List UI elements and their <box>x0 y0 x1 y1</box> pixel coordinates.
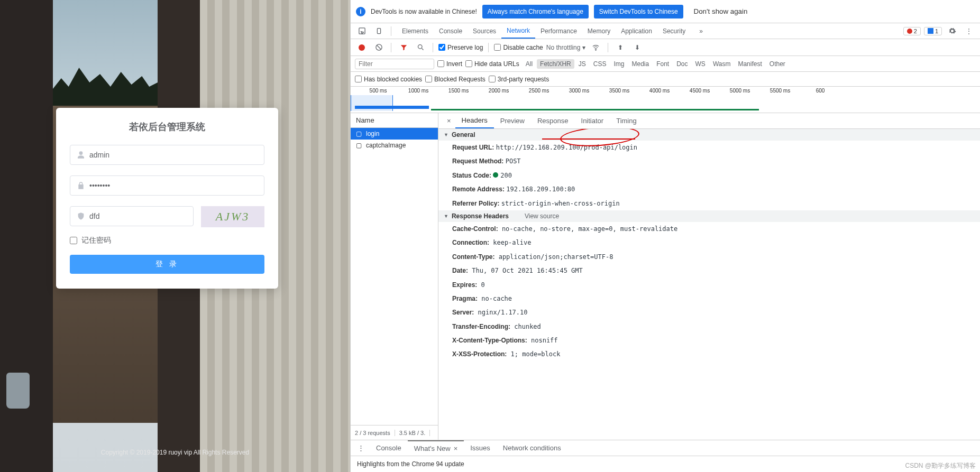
remember-input[interactable] <box>70 237 77 244</box>
filter-input[interactable] <box>355 59 434 69</box>
file-icon: ▢ <box>356 142 362 149</box>
detail-tabs: × HeadersPreviewResponseInitiatorTiming <box>438 113 980 129</box>
settings-icon[interactable] <box>945 24 959 38</box>
tab-sources[interactable]: Sources <box>468 23 501 39</box>
filter-type-js[interactable]: JS <box>575 59 589 69</box>
drawer-tab-network-conditions[interactable]: Network conditions <box>497 440 567 456</box>
preserve-log-checkbox[interactable]: Preserve log <box>438 44 483 51</box>
clear-button[interactable] <box>372 41 386 54</box>
password-input[interactable] <box>89 176 258 195</box>
request-row[interactable]: ▢captchaImage <box>351 140 438 151</box>
record-button[interactable] <box>355 41 369 54</box>
request-list-footer: 2 / 3 requests3.5 kB / 3. <box>351 425 438 440</box>
download-icon[interactable]: ⬇ <box>630 41 644 54</box>
drawer-tab-issues[interactable]: Issues <box>464 440 497 456</box>
login-page: 若依后台管理系统 AJW3 记住密码 登 录 Copyr <box>0 0 350 472</box>
device-icon[interactable] <box>372 24 386 38</box>
filter-type-img[interactable]: Img <box>610 59 627 69</box>
drawer-tab-what-s-new[interactable]: What's New× <box>408 440 464 456</box>
timeline-tick: 2000 ms <box>489 88 509 94</box>
response-header-row: Pragma: no-cache <box>438 292 980 306</box>
request-list-header[interactable]: Name <box>351 113 438 128</box>
filter-type-manifest[interactable]: Manifest <box>735 59 765 69</box>
filter-type-doc[interactable]: Doc <box>673 59 691 69</box>
blocked-cookies-checkbox[interactable]: Has blocked cookies <box>355 76 422 83</box>
filter-bar-2: Has blocked cookies Blocked Requests 3rd… <box>351 72 980 87</box>
close-detail-icon[interactable]: × <box>443 117 455 125</box>
filter-type-fetch-xhr[interactable]: Fetch/XHR <box>537 59 574 69</box>
timeline[interactable]: 500 ms1000 ms1500 ms2000 ms2500 ms3000 m… <box>351 87 980 113</box>
username-field-wrap[interactable] <box>70 145 264 165</box>
response-header-row: Expires: 0 <box>438 278 980 292</box>
always-match-button[interactable]: Always match Chrome's language <box>482 5 589 18</box>
captcha-input[interactable] <box>89 207 187 226</box>
tab-console[interactable]: Console <box>434 23 468 39</box>
blocked-requests-checkbox[interactable]: Blocked Requests <box>425 76 486 83</box>
username-input[interactable] <box>89 145 258 164</box>
more-tabs[interactable]: » <box>694 23 708 39</box>
login-card: 若依后台管理系统 AJW3 记住密码 登 录 <box>56 108 278 289</box>
general-section[interactable]: ▼General <box>438 129 980 141</box>
third-party-checkbox[interactable]: 3rd-party requests <box>489 76 549 83</box>
notice-text: DevTools is now available in Chinese! <box>371 8 477 15</box>
tab-performance[interactable]: Performance <box>535 23 582 39</box>
detail-tab-timing[interactable]: Timing <box>610 113 643 128</box>
watermark: CSDN @勤学多练写博客 <box>905 461 976 470</box>
tab-security[interactable]: Security <box>657 23 691 39</box>
issues-badge[interactable]: 1 <box>924 27 942 35</box>
invert-checkbox[interactable]: Invert <box>437 60 462 68</box>
network-controls: Preserve log Disable cache No throttling… <box>351 39 980 56</box>
drawer-kebab-icon[interactable]: ⋮ <box>354 441 368 455</box>
login-title: 若依后台管理系统 <box>70 121 264 133</box>
filter-type-ws[interactable]: WS <box>692 59 709 69</box>
drawer-tab-console[interactable]: Console <box>370 440 408 456</box>
filter-type-font[interactable]: Font <box>653 59 672 69</box>
password-field-wrap[interactable] <box>70 175 264 196</box>
inspect-icon[interactable] <box>355 24 369 38</box>
tab-application[interactable]: Application <box>616 23 657 39</box>
login-button[interactable]: 登 录 <box>70 255 264 274</box>
request-detail: × HeadersPreviewResponseInitiatorTiming … <box>438 113 980 440</box>
detail-tab-headers[interactable]: Headers <box>455 113 494 128</box>
filter-type-all[interactable]: All <box>523 59 536 69</box>
response-headers-section[interactable]: ▼Response HeadersView source <box>438 210 980 222</box>
filter-icon[interactable] <box>397 41 410 54</box>
filter-type-wasm[interactable]: Wasm <box>710 59 734 69</box>
response-header-row: Cache-Control: no-cache, no-store, max-a… <box>438 222 980 236</box>
switch-chinese-button[interactable]: Switch DevTools to Chinese <box>594 5 683 18</box>
kebab-icon[interactable]: ⋮ <box>962 24 976 38</box>
request-row[interactable]: ▢login <box>351 128 438 140</box>
response-header-row: X-Content-Type-Options: nosniff <box>438 334 980 347</box>
search-icon[interactable] <box>414 41 427 54</box>
tab-elements[interactable]: Elements <box>397 23 434 39</box>
close-icon[interactable]: × <box>454 445 458 452</box>
tab-memory[interactable]: Memory <box>582 23 616 39</box>
timeline-tick: 500 ms <box>370 88 387 94</box>
captcha-image[interactable]: AJW3 <box>201 206 264 227</box>
remember-label: 记住密码 <box>81 236 111 245</box>
filter-type-css[interactable]: CSS <box>590 59 610 69</box>
captcha-field-wrap[interactable] <box>70 206 194 226</box>
throttling-select[interactable]: No throttling ▾ <box>546 44 586 51</box>
tab-network[interactable]: Network <box>501 23 535 39</box>
wifi-icon[interactable] <box>589 41 602 54</box>
remember-checkbox[interactable]: 记住密码 <box>70 236 264 245</box>
dont-show-button[interactable]: Don't show again <box>689 4 753 18</box>
drawer-tabs: ⋮ ConsoleWhat's New×IssuesNetwork condit… <box>351 440 980 456</box>
request-url-value: http://192.168.209.100/prod-api/login <box>496 144 637 151</box>
drawer-body: Highlights from the Chrome 94 update <box>351 456 980 472</box>
request-list: Name ▢login▢captchaImage 2 / 3 requests3… <box>351 113 438 440</box>
filter-type-other[interactable]: Other <box>766 59 789 69</box>
timeline-tick: 4000 ms <box>649 88 670 94</box>
disable-cache-checkbox[interactable]: Disable cache <box>494 44 543 51</box>
view-source-link[interactable]: View source <box>525 212 559 220</box>
timeline-tick: 1000 ms <box>408 88 428 94</box>
detail-tab-response[interactable]: Response <box>531 113 575 128</box>
detail-tab-initiator[interactable]: Initiator <box>575 113 610 128</box>
filter-type-media[interactable]: Media <box>628 59 652 69</box>
hide-data-checkbox[interactable]: Hide data URLs <box>465 60 519 68</box>
detail-tab-preview[interactable]: Preview <box>494 113 531 128</box>
upload-icon[interactable]: ⬆ <box>613 41 627 54</box>
errors-badge[interactable]: 2 <box>903 27 921 35</box>
response-header-row: Server: nginx/1.17.10 <box>438 306 980 319</box>
